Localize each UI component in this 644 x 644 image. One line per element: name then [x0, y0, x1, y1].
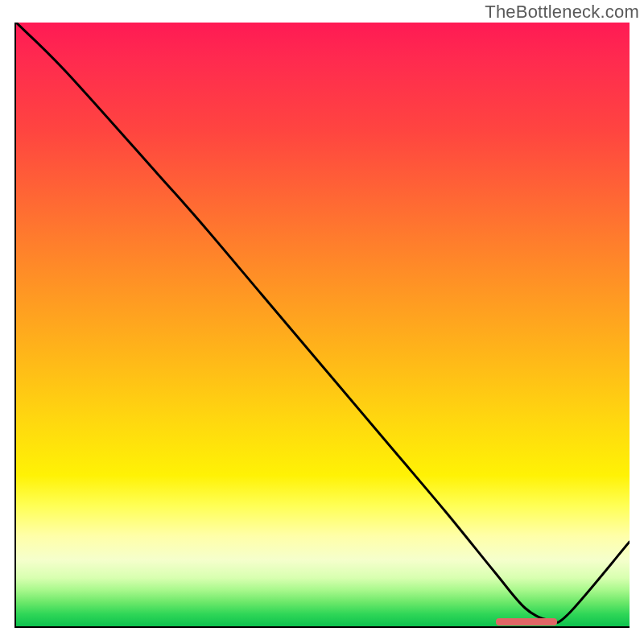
watermark-text: TheBottleneck.com [485, 2, 639, 23]
bottleneck-curve [16, 23, 630, 626]
plot-area [14, 23, 630, 628]
optimum-range-marker [496, 618, 557, 625]
chart-container: TheBottleneck.com [0, 0, 644, 644]
